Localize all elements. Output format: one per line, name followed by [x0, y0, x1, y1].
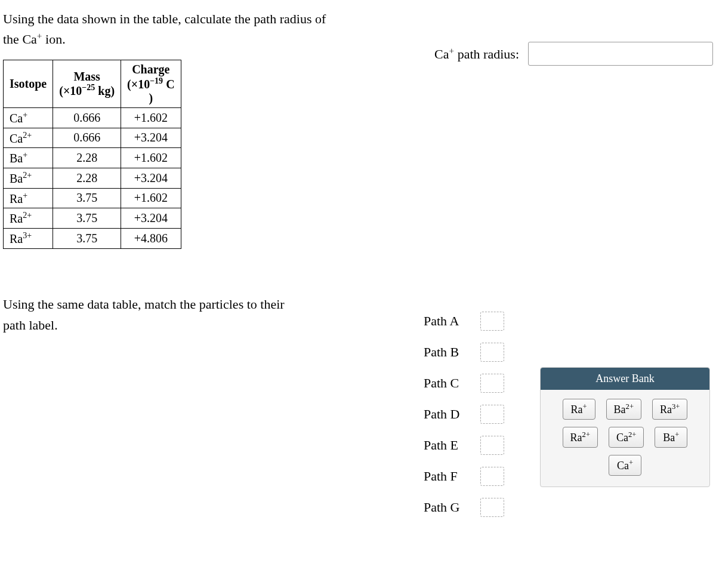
drop-target[interactable]: [480, 343, 504, 362]
path-label: Path A: [424, 313, 468, 329]
header-mass: Mass (×10−25 kg): [53, 60, 121, 108]
answer-chip[interactable]: Ca2+: [609, 427, 644, 448]
table-row: Ba+2.28+1.602: [4, 148, 181, 168]
charge-unit-close: ): [149, 91, 153, 104]
mass-cell: 3.75: [53, 208, 121, 229]
isotope-cell: Ca+: [4, 107, 53, 128]
path-row: Path A: [424, 312, 713, 331]
charge-cell: +1.602: [121, 107, 181, 128]
mass-cell: 3.75: [53, 188, 121, 208]
table-header-row: Isotope Mass (×10−25 kg) Charge (×10−19 …: [4, 60, 181, 108]
isotope-cell: Ba2+: [4, 168, 53, 188]
mass-cell: 2.28: [53, 148, 121, 168]
answer-bank-title: Answer Bank: [541, 368, 709, 390]
charge-label: Charge: [132, 63, 169, 76]
answer-chip[interactable]: Ra+: [563, 399, 595, 420]
question2-line2: path label.: [3, 318, 58, 333]
table-row: Ca+0.666+1.602: [4, 107, 181, 128]
table-row: Ra3+3.75+4.806: [4, 228, 181, 248]
header-charge: Charge (×10−19 C ): [121, 60, 181, 108]
drop-target[interactable]: [480, 405, 504, 424]
charge-cell: +3.204: [121, 168, 181, 188]
drop-target[interactable]: [480, 312, 504, 331]
table-row: Ra+3.75+1.602: [4, 188, 181, 208]
answer-chip[interactable]: Ra2+: [563, 427, 598, 448]
path-row: Path G: [424, 498, 713, 517]
question1-row: Using the data shown in the table, calcu…: [3, 9, 713, 249]
charge-unit: (×10−19 C: [127, 78, 175, 91]
isotope-cell: Ra+: [4, 188, 53, 208]
question1-left: Using the data shown in the table, calcu…: [3, 9, 326, 249]
path-label: Path C: [424, 375, 468, 391]
mass-unit: (×10−25 kg): [59, 84, 115, 97]
charge-cell: +3.204: [121, 208, 181, 229]
isotope-table: Isotope Mass (×10−25 kg) Charge (×10−19 …: [3, 60, 181, 248]
drop-target[interactable]: [480, 436, 504, 455]
drop-target[interactable]: [480, 374, 504, 393]
table-row: Ca2+0.666+3.204: [4, 128, 181, 148]
mass-cell: 0.666: [53, 107, 121, 128]
mass-label: Mass: [73, 70, 100, 83]
question1-text: Using the data shown in the table, calcu…: [3, 9, 326, 49]
radius-answer-box: Ca+ path radius:: [434, 42, 713, 66]
answer-chip[interactable]: Ba2+: [606, 399, 641, 420]
charge-cell: +1.602: [121, 188, 181, 208]
mass-cell: 0.666: [53, 128, 121, 148]
page-container: Using the data shown in the table, calcu…: [3, 9, 713, 517]
answer-chip[interactable]: Ca+: [609, 455, 641, 476]
charge-cell: +1.602: [121, 148, 181, 168]
path-label: Path B: [424, 344, 468, 360]
path-row: Path B: [424, 343, 713, 362]
mass-cell: 2.28: [53, 168, 121, 188]
path-label: Path E: [424, 438, 468, 453]
isotope-cell: Ra3+: [4, 228, 53, 248]
answer-chip[interactable]: Ba+: [655, 427, 687, 448]
question1-line2: the Ca+ ion.: [3, 32, 66, 47]
isotope-cell: Ca2+: [4, 128, 53, 148]
answer-bank: Answer Bank Ra+Ba2+Ra3+Ra2+Ca2+Ba+Ca+: [540, 367, 710, 487]
table-row: Ra2+3.75+3.204: [4, 208, 181, 229]
drop-target[interactable]: [480, 467, 504, 486]
path-label: Path G: [424, 500, 468, 515]
question2-text: Using the same data table, match the par…: [3, 294, 361, 335]
drop-target[interactable]: [480, 498, 504, 517]
charge-cell: +3.204: [121, 128, 181, 148]
path-label: Path F: [424, 469, 468, 484]
path-label: Path D: [424, 407, 468, 422]
radius-label: Ca+ path radius:: [434, 45, 519, 62]
isotope-cell: Ra2+: [4, 208, 53, 229]
answer-chip[interactable]: Ra3+: [652, 399, 687, 420]
charge-cell: +4.806: [121, 228, 181, 248]
question1-line1: Using the data shown in the table, calcu…: [3, 11, 326, 26]
isotope-cell: Ba+: [4, 148, 53, 168]
table-row: Ba2+2.28+3.204: [4, 168, 181, 188]
question2-line1: Using the same data table, match the par…: [3, 297, 285, 312]
answer-bank-body: Ra+Ba2+Ra3+Ra2+Ca2+Ba+Ca+: [541, 390, 709, 487]
mass-cell: 3.75: [53, 228, 121, 248]
radius-input[interactable]: [528, 42, 713, 66]
header-isotope: Isotope: [4, 60, 53, 108]
